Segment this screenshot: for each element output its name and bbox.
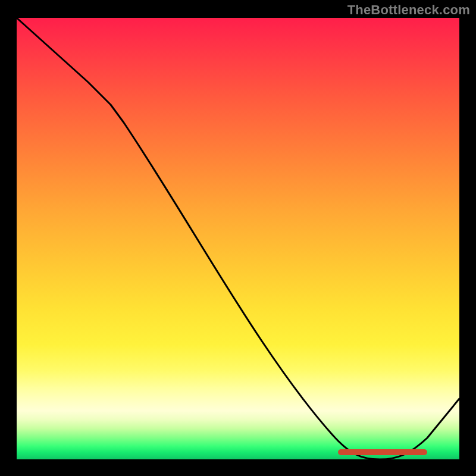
plot-area [17,18,459,459]
curve-path [17,18,459,459]
chart-container: TheBottleneck.com [0,0,476,476]
valley-marker [338,449,427,455]
attribution-text: TheBottleneck.com [347,2,470,18]
curve-line [17,18,459,459]
